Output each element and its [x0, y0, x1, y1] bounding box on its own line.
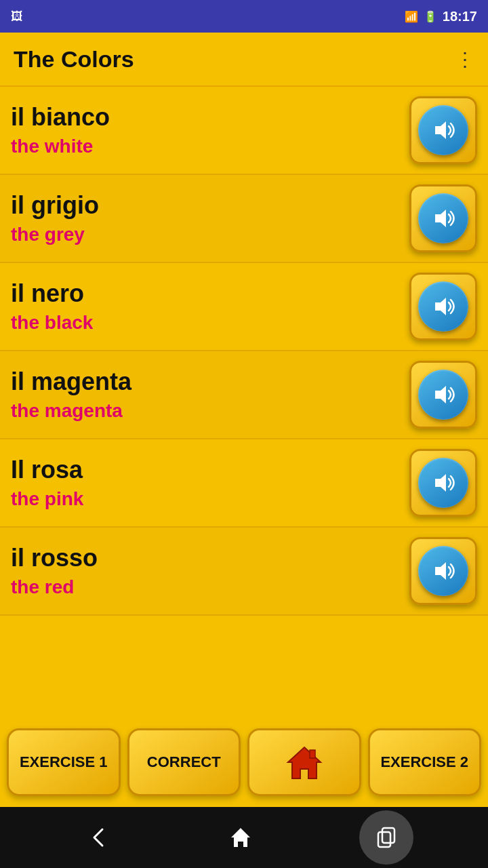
- app-header: The Colors ⋮: [0, 33, 488, 87]
- app-title: The Colors: [14, 46, 134, 73]
- battery-icon: 🔋: [424, 10, 437, 23]
- vocab-text: il grigio the grey: [11, 191, 403, 245]
- sound-circle: [418, 546, 468, 596]
- speaker-icon: [430, 205, 457, 232]
- home-icon: [228, 825, 253, 850]
- sound-button[interactable]: [409, 537, 477, 605]
- list-item: il grigio the grey: [0, 175, 488, 263]
- vocab-italian: il grigio: [11, 191, 403, 220]
- vocab-text: Il rosa the pink: [11, 456, 403, 510]
- speaker-icon: [430, 381, 457, 408]
- correct-button[interactable]: CORRECT: [127, 728, 241, 796]
- speaker-icon: [430, 117, 457, 144]
- vocab-italian: il rosso: [11, 544, 403, 572]
- list-item: il bianco the white: [0, 87, 488, 175]
- exercise1-button[interactable]: EXERCISE 1: [7, 728, 121, 796]
- vocab-italian: Il rosa: [11, 456, 403, 484]
- sound-circle: [418, 370, 468, 420]
- exercise2-button[interactable]: EXERCISE 2: [368, 728, 482, 796]
- svg-marker-1: [435, 210, 446, 227]
- recent-apps-button[interactable]: [359, 810, 413, 865]
- svg-marker-3: [435, 386, 446, 403]
- vocab-text: il nero the black: [11, 279, 403, 334]
- vocab-text: il bianco the white: [11, 103, 403, 157]
- svg-marker-6: [288, 747, 321, 778]
- svg-marker-0: [435, 121, 446, 139]
- system-home-button[interactable]: [217, 814, 264, 861]
- signal-icon: 📶: [405, 10, 418, 23]
- speaker-icon: [430, 557, 457, 585]
- svg-marker-8: [231, 828, 250, 847]
- vocab-english: the pink: [11, 488, 403, 510]
- vocab-italian: il magenta: [11, 368, 403, 396]
- recent-icon: [374, 825, 399, 850]
- sound-button[interactable]: [409, 361, 477, 429]
- sound-button[interactable]: [409, 96, 477, 164]
- empty-space: [0, 616, 488, 720]
- menu-icon[interactable]: ⋮: [455, 48, 474, 71]
- vocab-english: the black: [11, 312, 403, 334]
- svg-rect-9: [378, 832, 390, 847]
- sound-circle: [418, 281, 468, 332]
- home-button[interactable]: [247, 728, 361, 796]
- vocab-english: the red: [11, 576, 403, 598]
- house-icon: [285, 743, 323, 781]
- vocab-english: the magenta: [11, 400, 403, 422]
- status-icons: 📶 🔋 18:17: [405, 9, 477, 24]
- vocab-list: il bianco the white il grigio the grey: [0, 87, 488, 616]
- sound-circle: [418, 458, 468, 508]
- action-bar: EXERCISE 1 CORRECT EXERCISE 2: [0, 720, 488, 807]
- status-bar: 🖼 📶 🔋 18:17: [0, 0, 488, 33]
- vocab-italian: il bianco: [11, 103, 403, 132]
- list-item: il rosso the red: [0, 528, 488, 616]
- list-item: il nero the black: [0, 263, 488, 351]
- list-item: il magenta the magenta: [0, 351, 488, 439]
- content-area: il bianco the white il grigio the grey: [0, 87, 488, 807]
- vocab-text: il magenta the magenta: [11, 368, 403, 422]
- back-icon: [86, 825, 110, 850]
- sound-button[interactable]: [409, 184, 477, 252]
- speaker-icon: [430, 469, 457, 496]
- sound-circle: [418, 193, 468, 243]
- status-time: 18:17: [443, 9, 477, 24]
- sound-button[interactable]: [409, 449, 477, 517]
- back-button[interactable]: [75, 814, 122, 861]
- speaker-icon: [430, 293, 457, 320]
- svg-rect-7: [310, 750, 315, 758]
- svg-marker-2: [435, 298, 446, 315]
- sound-circle: [418, 105, 468, 155]
- photo-icon: 🖼: [11, 9, 23, 24]
- svg-rect-10: [382, 828, 394, 843]
- list-item: Il rosa the pink: [0, 439, 488, 528]
- status-bar-left: 🖼: [11, 9, 23, 24]
- vocab-english: the white: [11, 136, 403, 157]
- vocab-english: the grey: [11, 224, 403, 245]
- sound-button[interactable]: [409, 273, 477, 340]
- system-nav-bar: [0, 807, 488, 868]
- svg-marker-4: [435, 474, 446, 492]
- svg-marker-5: [435, 562, 446, 580]
- vocab-italian: il nero: [11, 279, 403, 308]
- vocab-text: il rosso the red: [11, 544, 403, 598]
